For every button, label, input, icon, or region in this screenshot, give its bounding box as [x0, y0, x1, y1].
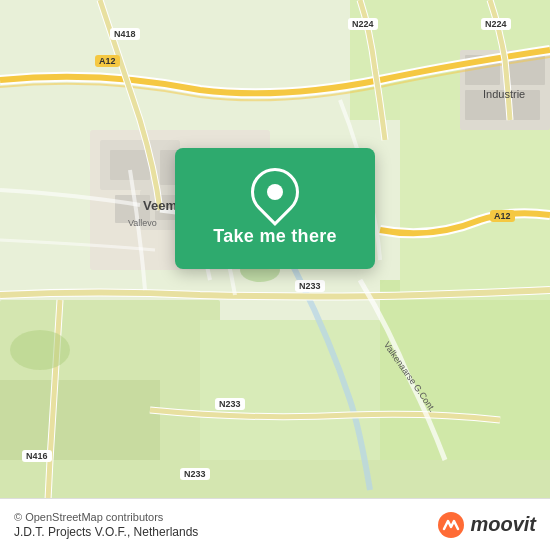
road-label-a12-top: A12	[95, 55, 120, 67]
road-label-n416: N416	[22, 450, 52, 462]
location-pin-dot	[267, 184, 283, 200]
map-container: A12 A12 N418 N233 N233 N233 N416 N224 N2…	[0, 0, 550, 550]
svg-rect-3	[200, 320, 400, 460]
road-label-a12-right: A12	[490, 210, 515, 222]
moovit-text: moovit	[470, 513, 536, 536]
take-me-there-button[interactable]: Take me there	[213, 226, 337, 247]
moovit-logo: moovit	[437, 511, 536, 539]
road-label-n224-right: N224	[481, 18, 511, 30]
footer-bar: © OpenStreetMap contributors J.D.T. Proj…	[0, 498, 550, 550]
moovit-icon	[437, 511, 465, 539]
place-label-veem: Veem	[143, 198, 177, 213]
location-pin-icon	[241, 158, 309, 226]
osm-attribution: © OpenStreetMap contributors	[14, 511, 198, 523]
svg-point-22	[10, 330, 70, 370]
road-label-n233-low: N233	[215, 398, 245, 410]
place-label-industrie: Industrie	[483, 88, 525, 100]
map-background	[0, 0, 550, 550]
road-label-n233-mid: N233	[295, 280, 325, 292]
place-label-vallevo: Vallevo	[128, 218, 157, 228]
road-label-n233-low2: N233	[180, 468, 210, 480]
road-label-n224-left: N224	[348, 18, 378, 30]
road-label-n418: N418	[110, 28, 140, 40]
navigation-popup[interactable]: Take me there	[175, 148, 375, 269]
company-info: J.D.T. Projects V.O.F., Netherlands	[14, 525, 198, 539]
